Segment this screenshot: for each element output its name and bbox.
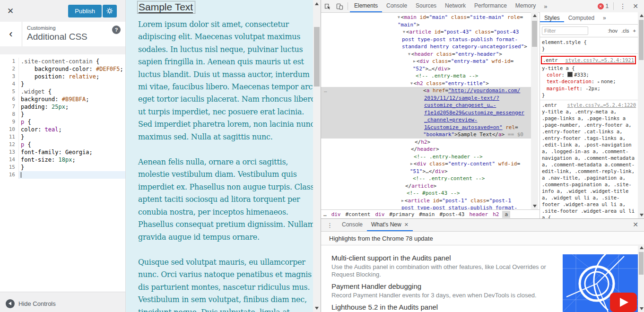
drawer-tab-console[interactable]: Console (338, 219, 367, 231)
dom-node-line[interactable]: "main"> (321, 21, 531, 29)
breadcrumb-item[interactable]: div (375, 211, 384, 217)
css-editor-line[interactable]: 11} (0, 133, 125, 141)
css-editor-line[interactable]: 13font-family: Georgia; (0, 148, 125, 156)
breadcrumb-item[interactable]: #post-43 (439, 211, 464, 217)
new-style-rule-button[interactable]: + (633, 28, 636, 34)
css-code-editor[interactable]: 1.site-content-contain {2 background-col… (0, 54, 125, 289)
collapse-icon[interactable] (6, 299, 15, 308)
scrollbar-thumb[interactable] (639, 20, 644, 60)
breadcrumb-item[interactable]: div (331, 211, 341, 217)
styles-tab-computed[interactable]: Computed (564, 15, 599, 22)
drawer-close-icon[interactable]: ✕ (633, 221, 638, 228)
styles-tab-styles[interactable]: Styles (540, 15, 564, 22)
dom-node-line[interactable]: <!-- .entry-content --> (321, 175, 531, 182)
dom-node-line[interactable]: ▼<main id="main" class="site-main" role= (321, 14, 531, 21)
dom-node-line[interactable]: <!-- .entry-meta --> (321, 72, 531, 80)
dom-node-line[interactable]: _channel=preview- (321, 116, 531, 124)
css-editor-line[interactable]: 9p { (0, 118, 125, 126)
dom-node-line[interactable]: </article> (321, 182, 531, 190)
scrollbar-thumb[interactable] (532, 21, 537, 47)
scroll-down-arrow-icon[interactable] (533, 205, 537, 208)
css-editor-line[interactable]: 6background: #B9EBFA; (0, 95, 125, 103)
pseudo-state-button[interactable]: :hov (608, 28, 618, 34)
scroll-up-arrow-icon[interactable] (640, 246, 644, 249)
dom-node-line[interactable]: "51">…</div> (321, 168, 531, 175)
help-icon[interactable]: ? (112, 26, 121, 34)
scrollbar-thumb[interactable] (314, 27, 320, 87)
elements-scrollbar[interactable] (531, 12, 538, 209)
tab-console[interactable]: Console (382, 0, 411, 12)
styles-scrollbar[interactable] (638, 12, 644, 218)
dom-node-line[interactable]: ▶<article id="post-1" class="post-1 (321, 197, 531, 205)
whats-new-item-title[interactable]: Payment Handler debugging (331, 282, 558, 290)
stylesheet-source-link[interactable]: style.css?v…=5.2.4:1921 (566, 57, 634, 63)
dom-node-line[interactable]: <!-- #post-43 --> (321, 190, 531, 197)
breadcrumb-item[interactable]: a (502, 211, 510, 218)
css-editor-line[interactable]: 7padding: 25px; (0, 103, 125, 111)
preview-scrollbar[interactable] (313, 0, 321, 312)
css-editor-line[interactable]: 10color: teal; (0, 126, 125, 133)
tab-performance[interactable]: Performance (470, 0, 511, 12)
more-tabs-icon[interactable]: » (540, 3, 551, 10)
dom-node-line[interactable]: ▶<div class="entry-content" wfd-id= (321, 160, 531, 168)
css-editor-line[interactable]: 3 position: relative; (0, 73, 125, 80)
dom-node-line[interactable]: 1&customize_autosaved=on" rel= (321, 124, 531, 131)
dom-node-line[interactable]: standard hentry category-uncategorised"> (321, 43, 531, 51)
element-classes-button[interactable]: .cls (621, 28, 629, 34)
tab-elements[interactable]: Elements (350, 0, 382, 12)
scrollbar-thumb[interactable] (639, 252, 644, 275)
whats-new-item-title[interactable]: Lighthouse 5.2 in the Audits panel (331, 303, 558, 311)
dom-node-line[interactable]: f1e1d2058e29&customize_messenger (321, 109, 531, 117)
dom-node-line[interactable]: ▼<h2 class="entry-title"> (321, 80, 531, 87)
back-chevron-icon[interactable]: ‹ (0, 22, 22, 46)
tab-network[interactable]: Network (441, 0, 470, 12)
css-rule[interactable]: .entrstyle.css?v…=5.2.4:1220y-title a, .… (540, 100, 638, 218)
dom-node-line[interactable]: "bookmark">Sample Text</a> == $0 (321, 131, 531, 139)
dom-node-line[interactable]: customize_changeset_u…- (321, 102, 531, 109)
scroll-up-arrow-icon[interactable] (640, 14, 644, 17)
dom-selected-node[interactable]: …<a href="http://yourdomain.com/2019/11/… (321, 87, 531, 139)
device-toolbar-icon[interactable] (333, 0, 346, 12)
css-editor-line[interactable]: 4} (0, 80, 125, 88)
drawer-tab-what-s-new[interactable]: What's New✕ (367, 219, 413, 231)
publish-button[interactable]: Publish (68, 5, 102, 17)
css-editor-line[interactable]: 2 background-color: #DEF0F5; (0, 65, 125, 73)
breadcrumb-item[interactable]: header (469, 211, 488, 217)
dom-node-line[interactable]: <a href="http://yourdomain.com/ (321, 87, 531, 95)
close-icon[interactable]: ✕ (0, 0, 21, 22)
dom-node-line[interactable]: </h2> (321, 139, 531, 146)
breadcrumb-item[interactable]: h2 (493, 211, 499, 217)
styles-filter-input[interactable] (542, 26, 588, 35)
scroll-down-arrow-icon[interactable] (640, 214, 644, 217)
drawer-kebab-menu-icon[interactable]: ⋮ (321, 222, 338, 229)
stylesheet-source-link[interactable]: style.css?v…=5.2.4:1220 (567, 102, 636, 108)
devtools-close-icon[interactable]: ✕ (630, 2, 644, 10)
breadcrumb-item[interactable]: #content (346, 211, 371, 217)
scroll-up-arrow-icon[interactable] (533, 14, 537, 17)
dom-node-line[interactable]: "52">…</div> (321, 65, 531, 73)
scroll-down-arrow-icon[interactable] (640, 307, 644, 310)
css-editor-line[interactable]: 14font-size: 18px; (0, 156, 125, 164)
breadcrumb-item[interactable]: #primary (389, 211, 414, 217)
css-rule[interactable]: .entrstyle.css?v…=5.2.4:1921y-title a {c… (540, 54, 638, 100)
inspect-icon[interactable] (321, 0, 333, 12)
error-badge[interactable]: ✕ 1 (598, 3, 609, 9)
css-editor-line[interactable]: 1.site-content-contain { (0, 58, 125, 65)
scroll-up-arrow-icon[interactable] (315, 2, 319, 5)
css-editor-line[interactable]: 16 (0, 171, 125, 179)
tab-close-icon[interactable]: ✕ (404, 222, 409, 228)
scroll-down-arrow-icon[interactable] (315, 307, 319, 310)
dom-node-line[interactable]: <!-- .entry-header --> (321, 153, 531, 161)
styles-tab--[interactable]: » (599, 15, 610, 22)
dom-node-line[interactable]: post type-post status-publish format- (321, 204, 531, 209)
css-editor-line[interactable]: 8} (0, 111, 125, 118)
dom-node-line[interactable]: ▼<header class="entry-header"> (321, 51, 531, 58)
dom-node-line[interactable]: ▼<article id="post-43" class="post-43 (321, 28, 531, 36)
css-editor-line[interactable]: 12p { (0, 141, 125, 148)
breadcrumb-item[interactable]: #main (419, 211, 435, 217)
tab-sources[interactable]: Sources (411, 0, 441, 12)
hide-controls-button[interactable]: Hide Controls (18, 300, 56, 307)
post-title-link[interactable]: Sample Text (138, 1, 195, 13)
breadcrumb-item[interactable]: … (323, 211, 327, 217)
video-thumbnail[interactable] (563, 254, 638, 312)
